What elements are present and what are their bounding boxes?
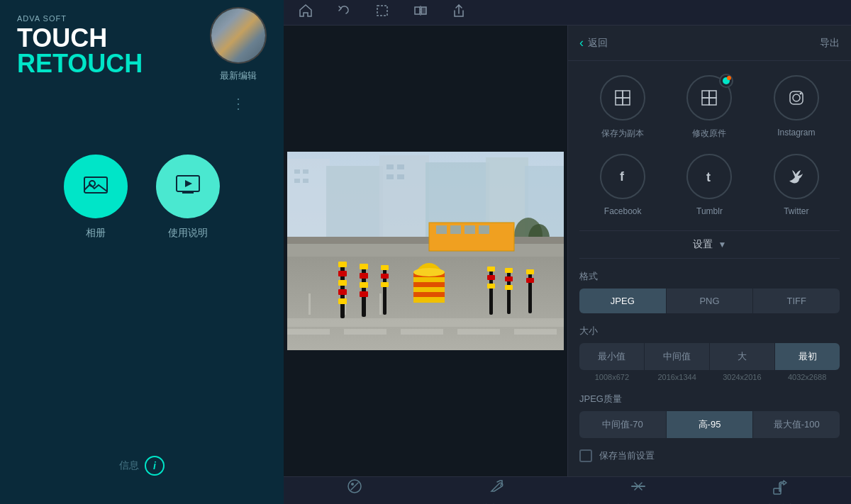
quality-mid[interactable]: 中间值-70 <box>579 411 667 438</box>
size-large[interactable]: 大 <box>710 343 775 370</box>
recent-edit-area: 最新编辑 <box>210 7 267 82</box>
tutorial-label: 使用说明 <box>168 227 208 240</box>
svg-rect-25 <box>397 174 404 179</box>
format-tiff[interactable]: TIFF <box>753 289 840 313</box>
settings-header[interactable]: 设置 ▼ <box>579 230 840 259</box>
bottom-toolbar: 删除物体 快速修复 线条删除 <box>284 476 851 504</box>
tutorial-icon <box>175 174 201 199</box>
svg-rect-8 <box>421 7 426 14</box>
svg-rect-82 <box>702 91 709 98</box>
undo-icon[interactable] <box>333 0 355 25</box>
svg-rect-80 <box>616 98 623 105</box>
quality-high[interactable]: 高-95 <box>667 411 754 438</box>
app-name-retouch: RETOUCH <box>17 51 143 77</box>
content-area: ‹ 返回 导出 <box>284 26 851 476</box>
facebook-circle: f <box>600 154 645 199</box>
flip-icon[interactable] <box>410 0 431 25</box>
back-arrow-icon: ‹ <box>579 35 584 50</box>
tutorial-button[interactable]: 使用说明 <box>156 155 220 240</box>
svg-rect-79 <box>623 91 630 98</box>
share-icon[interactable] <box>448 0 469 25</box>
size-group: 大小 最小值 中间值 大 最初 1008x672 2016x1344 3024x… <box>579 325 840 381</box>
svg-rect-36 <box>436 225 447 234</box>
album-circle <box>64 155 128 218</box>
clone-stamp-icon <box>771 477 789 500</box>
info-button[interactable]: i <box>145 456 165 476</box>
facebook-button[interactable]: f Facebook <box>600 154 645 216</box>
size-options: 最小值 中间值 大 最初 <box>579 343 840 370</box>
svg-rect-23 <box>397 164 404 169</box>
svg-rect-7 <box>415 7 420 14</box>
settings-label: 设置 <box>693 238 713 251</box>
svg-rect-43 <box>338 280 347 286</box>
svg-text:t: t <box>706 170 711 184</box>
save-settings-row[interactable]: 保存当前设置 <box>579 449 840 462</box>
instagram-button[interactable]: Instagram <box>774 75 819 140</box>
size-min[interactable]: 最小值 <box>579 343 645 370</box>
svg-rect-66 <box>505 268 513 273</box>
svg-rect-42 <box>338 271 347 276</box>
size-value-2: 3024x2016 <box>710 373 775 381</box>
clone-stamp-tool[interactable]: 克隆印章 <box>766 477 794 504</box>
instagram-label: Instagram <box>777 128 815 138</box>
line-remove-icon <box>629 477 647 500</box>
save-copy-button[interactable]: 保存为副本 <box>600 75 645 140</box>
twitter-circle <box>774 154 819 199</box>
svg-rect-83 <box>709 91 716 98</box>
size-label: 大小 <box>579 325 840 337</box>
size-value-1: 2016x1344 <box>645 373 710 381</box>
tumblr-label: Tumblr <box>696 206 723 216</box>
album-button[interactable]: 相册 <box>64 155 128 240</box>
svg-point-60 <box>413 268 445 276</box>
svg-rect-54 <box>381 282 389 287</box>
svg-rect-50 <box>360 291 368 297</box>
more-icon[interactable]: ⋮ <box>231 95 245 112</box>
brand-area: ADVA SOFT TOUCH RETOUCH 最新编辑 ⋮ <box>0 14 284 112</box>
edit-original-button[interactable]: 修改原件 <box>686 75 732 140</box>
format-jpeg[interactable]: JPEG <box>579 289 667 313</box>
share-row-2: f Facebook t Tumblr <box>579 154 840 216</box>
size-original[interactable]: 最初 <box>775 343 840 370</box>
facebook-label: Facebook <box>604 206 642 216</box>
right-panel-header: ‹ 返回 导出 <box>568 26 851 61</box>
svg-rect-61 <box>489 267 493 315</box>
tumblr-circle: t <box>686 154 732 199</box>
remove-object-icon <box>345 477 364 500</box>
info-label: 信息 <box>119 459 139 472</box>
edit-original-label: 修改原件 <box>692 128 726 140</box>
tumblr-button[interactable]: t Tumblr <box>686 154 732 216</box>
line-remove-tool[interactable]: 线条删除 <box>624 477 652 504</box>
export-button[interactable]: 导出 <box>820 37 840 50</box>
svg-rect-39 <box>479 225 489 234</box>
svg-rect-53 <box>381 274 389 279</box>
remove-object-tool[interactable]: 删除物体 <box>340 477 369 504</box>
quality-group: JPEG质量 中间值-70 高-95 最大值-100 <box>579 393 840 438</box>
photo-container <box>287 152 564 350</box>
avatar[interactable] <box>210 7 267 64</box>
quality-max[interactable]: 最大值-100 <box>753 411 840 438</box>
tutorial-circle <box>156 155 220 218</box>
svg-rect-31 <box>308 293 311 315</box>
svg-rect-74 <box>344 329 386 335</box>
quick-repair-tool[interactable]: 快速修复 <box>482 477 511 504</box>
back-button[interactable]: ‹ 返回 <box>579 35 608 50</box>
twitter-button[interactable]: Twitter <box>774 154 819 216</box>
save-copy-label: 保存为副本 <box>601 128 644 140</box>
svg-rect-77 <box>514 329 557 335</box>
format-png[interactable]: PNG <box>667 289 754 313</box>
save-settings-checkbox[interactable] <box>579 449 592 462</box>
crop-icon[interactable] <box>372 0 393 25</box>
svg-point-87 <box>793 94 800 101</box>
svg-rect-41 <box>338 262 347 267</box>
size-values: 1008x672 2016x1344 3024x2016 4032x2688 <box>579 373 840 381</box>
svg-rect-78 <box>616 91 623 98</box>
size-mid[interactable]: 中间值 <box>645 343 710 370</box>
twitter-label: Twitter <box>784 206 808 216</box>
svg-rect-20 <box>294 179 300 183</box>
svg-rect-68 <box>505 285 513 290</box>
home-icon[interactable] <box>295 0 316 25</box>
svg-rect-67 <box>505 276 513 281</box>
svg-rect-19 <box>303 169 308 174</box>
svg-rect-85 <box>709 98 716 105</box>
svg-rect-48 <box>360 273 368 279</box>
